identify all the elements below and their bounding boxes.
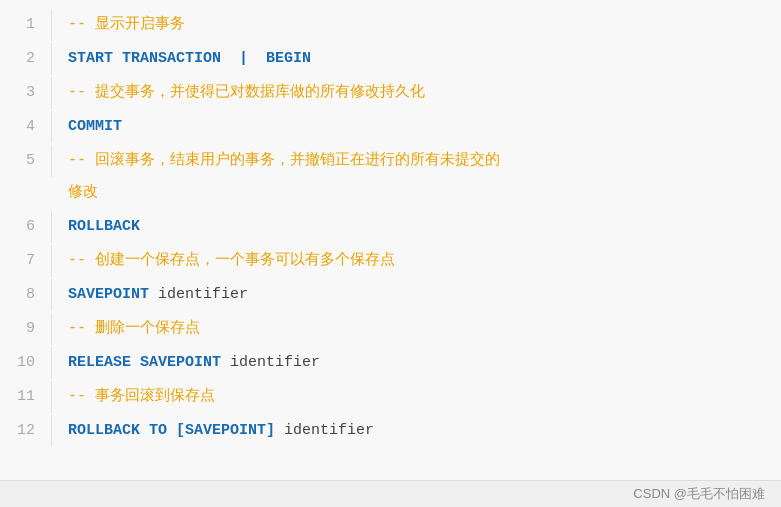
code-container: 1-- 显示开启事务2START TRANSACTION | BEGIN3-- … — [0, 0, 781, 480]
line-content-comment: -- 事务回滚到保存点 — [52, 381, 781, 413]
code-line: 9-- 删除一个保存点 — [0, 312, 781, 346]
code-line: 10RELEASE SAVEPOINT identifier — [0, 346, 781, 380]
line-number: 7 — [0, 245, 52, 277]
identifier-part: identifier — [275, 422, 374, 439]
line-content-keyword: ROLLBACK — [52, 211, 781, 243]
identifier-part: identifier — [221, 354, 320, 371]
line-content-mixed: SAVEPOINT identifier — [52, 279, 781, 311]
footer: CSDN @毛毛不怕困难 — [0, 480, 781, 507]
line-content-comment: -- 显示开启事务 — [52, 9, 781, 41]
line-number: 12 — [0, 415, 52, 447]
code-line: 7-- 创建一个保存点，一个事务可以有多个保存点 — [0, 244, 781, 278]
code-line: 3-- 提交事务，并使得已对数据库做的所有修改持久化 — [0, 76, 781, 110]
line-content-comment: -- 提交事务，并使得已对数据库做的所有修改持久化 — [52, 77, 781, 109]
identifier-part: identifier — [149, 286, 248, 303]
line-content-mixed: ROLLBACK TO [SAVEPOINT] identifier — [52, 415, 781, 447]
line-number: 5 — [0, 145, 52, 177]
line-content-comment: -- 删除一个保存点 — [52, 313, 781, 345]
code-line: 6ROLLBACK — [0, 210, 781, 244]
line-content-keyword: START TRANSACTION | BEGIN — [52, 43, 781, 75]
keyword-part: ROLLBACK TO [SAVEPOINT] — [68, 422, 275, 439]
line-number: 11 — [0, 381, 52, 413]
line-content-keyword: COMMIT — [52, 111, 781, 143]
code-line: 12ROLLBACK TO [SAVEPOINT] identifier — [0, 414, 781, 448]
footer-text: CSDN @毛毛不怕困难 — [633, 485, 765, 503]
line-number: 4 — [0, 111, 52, 143]
code-line: 2START TRANSACTION | BEGIN — [0, 42, 781, 76]
code-line: 11-- 事务回滚到保存点 — [0, 380, 781, 414]
line-content-mixed: RELEASE SAVEPOINT identifier — [52, 347, 781, 379]
keyword-part: RELEASE SAVEPOINT — [68, 354, 221, 371]
line-number: 9 — [0, 313, 52, 345]
keyword-part: SAVEPOINT — [68, 286, 149, 303]
line-number: 6 — [0, 211, 52, 243]
line-number: 3 — [0, 77, 52, 109]
code-line: 5-- 回滚事务，结束用户的事务，并撤销正在进行的所有未提交的 修改 — [0, 144, 781, 210]
code-line: 4COMMIT — [0, 110, 781, 144]
code-line: 1-- 显示开启事务 — [0, 8, 781, 42]
line-content-comment: -- 回滚事务，结束用户的事务，并撤销正在进行的所有未提交的 修改 — [52, 145, 781, 209]
line-number: 2 — [0, 43, 52, 75]
line-number: 8 — [0, 279, 52, 311]
line-number: 10 — [0, 347, 52, 379]
code-line: 8SAVEPOINT identifier — [0, 278, 781, 312]
line-number: 1 — [0, 9, 52, 41]
line-content-comment: -- 创建一个保存点，一个事务可以有多个保存点 — [52, 245, 781, 277]
